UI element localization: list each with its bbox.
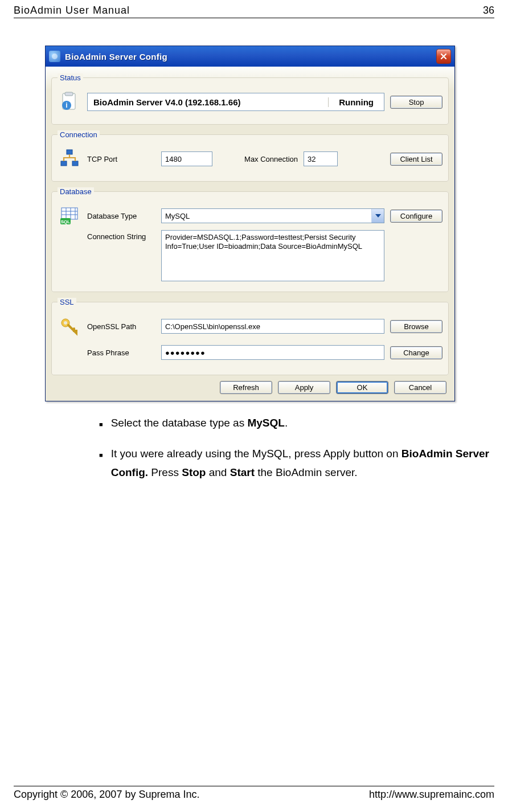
titlebar: BioAdmin Server Config	[46, 46, 454, 67]
server-state: Running	[329, 97, 384, 107]
svg-rect-6	[61, 161, 67, 166]
tcp-port-label: TCP Port	[87, 155, 155, 163]
app-icon	[49, 51, 60, 62]
instruction-1: Select the database type as MySQL.	[111, 414, 288, 432]
database-legend: Database	[58, 187, 94, 196]
bullet-icon: ■	[99, 419, 103, 432]
passphrase-label: Pass Phrase	[87, 348, 155, 357]
svg-rect-7	[72, 161, 78, 166]
openssl-path-input[interactable]	[161, 319, 384, 334]
passphrase-input[interactable]	[161, 345, 384, 360]
instruction-2: It you were already using the MySQL, pre…	[111, 445, 494, 482]
dialog-title: BioAdmin Server Config	[65, 52, 436, 61]
ssl-legend: SSL	[58, 298, 76, 306]
conn-string-input[interactable]: Provider=MSDASQL.1;Password=testtest;Per…	[161, 230, 384, 281]
browse-button[interactable]: Browse	[390, 320, 443, 333]
svg-point-12	[64, 321, 67, 325]
footer-url: http://www.supremainc.com	[369, 789, 494, 801]
configure-button[interactable]: Configure	[390, 210, 443, 223]
close-icon[interactable]	[436, 49, 451, 64]
apply-button[interactable]: Apply	[278, 381, 330, 394]
copyright: Copyright © 2006, 2007 by Suprema Inc.	[14, 789, 199, 801]
status-group: Status i BioAdmin Server V4.0 (192.168.1…	[51, 73, 449, 125]
svg-rect-5	[67, 150, 72, 154]
instructions: ■ Select the database type as MySQL. ■ I…	[99, 414, 494, 482]
client-list-button[interactable]: Client List	[390, 153, 443, 166]
change-button[interactable]: Change	[390, 346, 443, 359]
doc-title: BioAdmin User Manual	[14, 5, 130, 17]
svg-text:i: i	[65, 101, 67, 109]
network-icon	[58, 147, 81, 171]
db-type-select[interactable]: MySQL	[161, 208, 384, 223]
server-version: BioAdmin Server V4.0 (192.168.1.66)	[88, 97, 329, 107]
svg-rect-2	[65, 92, 73, 96]
svg-text:SQL: SQL	[61, 219, 71, 224]
database-group: Database SQL Database Type MySQL	[51, 187, 449, 292]
database-icon: SQL	[58, 204, 81, 228]
max-conn-input[interactable]	[304, 151, 338, 166]
chevron-down-icon	[371, 209, 384, 223]
ssl-group: SSL OpenSSL Path Browse Pass	[51, 298, 449, 375]
connection-group: Connection TCP Port Max Connection	[51, 130, 449, 182]
bullet-icon: ■	[99, 450, 103, 482]
server-config-dialog: BioAdmin Server Config Status i	[45, 46, 455, 401]
db-type-label: Database Type	[87, 212, 155, 220]
status-legend: Status	[58, 73, 83, 82]
openssl-path-label: OpenSSL Path	[87, 322, 155, 331]
connection-legend: Connection	[58, 130, 100, 139]
max-conn-label: Max Connection	[230, 155, 298, 163]
refresh-button[interactable]: Refresh	[220, 381, 272, 394]
conn-string-label: Connection String	[87, 230, 155, 241]
stop-button[interactable]: Stop	[390, 96, 443, 109]
cancel-button[interactable]: Cancel	[394, 381, 446, 394]
db-type-value: MySQL	[165, 212, 371, 220]
page-number: 36	[483, 5, 494, 17]
ok-button[interactable]: OK	[336, 381, 388, 394]
status-icon: i	[58, 90, 81, 114]
tcp-port-input[interactable]	[161, 151, 212, 166]
svg-point-0	[52, 54, 58, 59]
key-icon	[58, 314, 81, 338]
